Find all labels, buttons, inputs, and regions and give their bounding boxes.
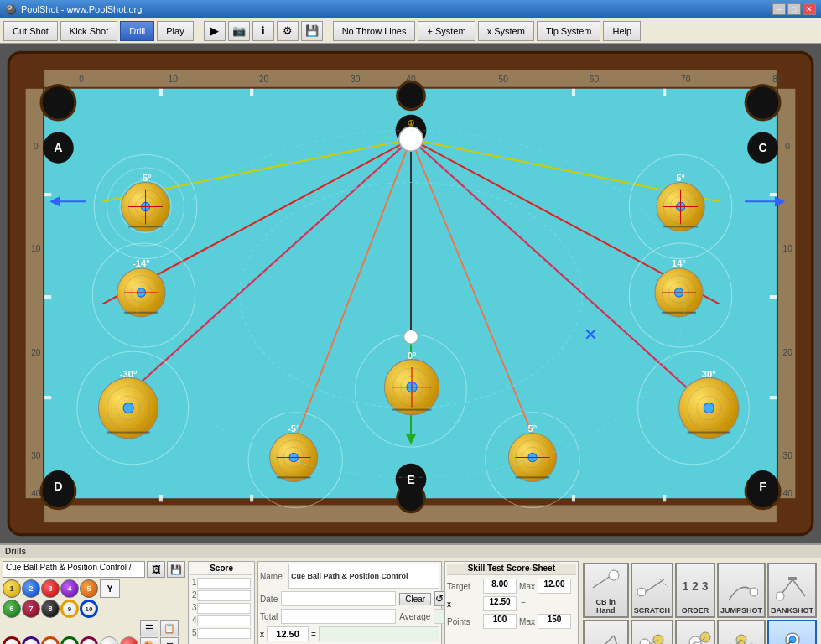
drill-save-button[interactable]: 💾: [167, 561, 185, 578]
x-system-button[interactable]: x System: [478, 21, 534, 41]
grid-button[interactable]: ⊞: [160, 637, 179, 644]
ball-4[interactable]: 4: [60, 579, 79, 598]
svg-point-158: [609, 570, 619, 580]
ball-2[interactable]: 2: [22, 579, 40, 598]
ball-13[interactable]: 13: [41, 636, 60, 644]
svg-rect-55: [770, 295, 777, 299]
pool-table-container[interactable]: 0 10 20 30 40 50 60 70 80 0 10 20 30 40 …: [0, 44, 821, 543]
y-button[interactable]: Y: [100, 579, 120, 598]
score-input-1[interactable]: [197, 578, 251, 589]
svg-text:30: 30: [783, 451, 793, 460]
svg-rect-52: [44, 295, 51, 299]
ball-8[interactable]: 8: [41, 600, 60, 618]
svg-text:1 2 3: 1 2 3: [682, 579, 708, 593]
ball-14[interactable]: 14: [60, 636, 79, 644]
clear-button[interactable]: Clear: [399, 593, 431, 605]
date-input[interactable]: [281, 591, 396, 606]
info-icon-button[interactable]: ℹ: [252, 21, 274, 41]
tip-system-button[interactable]: Tip System: [537, 21, 601, 41]
ball-5[interactable]: 5: [80, 579, 98, 598]
ball-white[interactable]: [100, 636, 118, 644]
ball-10[interactable]: 10: [80, 600, 98, 618]
points-max-val: 150: [538, 614, 571, 629]
score-input-4[interactable]: [197, 615, 251, 626]
multiplier-input[interactable]: [267, 626, 309, 641]
play-button[interactable]: Play: [157, 21, 193, 41]
total-row: Total Average: [260, 609, 439, 624]
drill-name-row: Cue Ball Path & Position Control / 🖼 💾: [3, 561, 185, 578]
svg-text:30: 30: [31, 451, 41, 460]
svg-rect-48: [250, 495, 253, 501]
ball-6[interactable]: 6: [3, 600, 21, 618]
save-icon-button[interactable]: 💾: [301, 21, 323, 41]
ball-12[interactable]: 12: [22, 636, 40, 644]
svg-rect-100: [663, 226, 698, 227]
close-button[interactable]: ✕: [803, 3, 816, 15]
svg-text:30: 30: [351, 74, 361, 83]
total-input[interactable]: [281, 609, 396, 624]
jumpshot-button[interactable]: JUMPSHOT: [717, 563, 766, 618]
scratch-button[interactable]: SCRATCH: [631, 563, 673, 618]
middle-info-panel: Name Cue Ball Path & Position Control Da…: [257, 561, 442, 644]
svg-text:D: D: [54, 480, 62, 493]
score-input-2[interactable]: [197, 590, 251, 601]
svg-point-25: [41, 86, 75, 120]
export-button[interactable]: 📋: [160, 620, 179, 636]
ball-grid-mid: 6 7 8 9 10: [3, 600, 98, 618]
maximize-button[interactable]: □: [787, 3, 801, 15]
svg-text:80: 80: [772, 74, 782, 83]
cut-shot-button[interactable]: Cut Shot: [3, 21, 58, 41]
svg-text:60: 60: [590, 74, 600, 83]
no-throw-lines-button[interactable]: No Throw Lines: [333, 21, 416, 41]
camera-icon-button[interactable]: 📷: [228, 21, 250, 41]
pool-table-svg[interactable]: 0 10 20 30 40 50 60 70 80 0 10 20 30 40 …: [0, 44, 821, 543]
refresh-button[interactable]: ↺: [434, 591, 444, 606]
plus-system-button[interactable]: + System: [418, 21, 475, 41]
color-button[interactable]: 🎨: [140, 637, 158, 644]
score-input-5[interactable]: [197, 628, 251, 639]
svg-rect-54: [770, 193, 777, 196]
svg-text:50: 50: [499, 74, 509, 83]
kickshot-button[interactable]: KICKSHOT: [583, 620, 629, 645]
ball-9[interactable]: 9: [60, 600, 79, 618]
play-icon-button[interactable]: ▶: [204, 21, 226, 41]
hitrail-button[interactable]: HITRAIL: [767, 620, 817, 645]
svg-point-166: [776, 592, 784, 600]
kiss-button[interactable]: KISS: [675, 620, 715, 645]
help-button[interactable]: Help: [603, 21, 641, 41]
svg-text:A: A: [54, 141, 62, 154]
ball-15[interactable]: 15: [80, 636, 98, 644]
combo-button[interactable]: COMBO: [631, 620, 673, 645]
svg-rect-56: [770, 396, 777, 399]
svg-text:30°: 30°: [702, 369, 716, 379]
ball-1[interactable]: 1: [3, 579, 21, 598]
shot-buttons-panel: CB in Hand SCRATCH 1 2 3 ORDER: [581, 561, 818, 644]
list-button[interactable]: ☰: [140, 620, 158, 636]
result-field[interactable]: [319, 626, 439, 641]
order-button[interactable]: 1 2 3 ORDER: [675, 563, 715, 618]
svg-point-154: [404, 330, 418, 344]
carom-button[interactable]: CAROM: [717, 620, 766, 645]
settings-icon-button[interactable]: ⚙: [277, 21, 299, 41]
svg-text:20: 20: [783, 348, 793, 357]
ball-11[interactable]: 11: [3, 636, 21, 644]
ball-3[interactable]: 3: [41, 579, 60, 598]
score-input-3[interactable]: [197, 603, 251, 614]
bankshot-button[interactable]: BANKSHOT: [767, 563, 817, 618]
date-row: Date Clear ↺: [260, 591, 439, 606]
title-text: PoolShot - www.PoolShot.org: [21, 4, 142, 14]
menubar: Cut Shot Kick Shot Drill Play ▶ 📷 ℹ ⚙ 💾 …: [0, 18, 821, 44]
minimize-button[interactable]: ─: [772, 3, 786, 15]
drill-image-button[interactable]: 🖼: [147, 561, 165, 578]
svg-text:70: 70: [681, 74, 691, 83]
ball-red[interactable]: [120, 636, 138, 644]
svg-text:C: C: [758, 141, 766, 154]
svg-rect-92: [128, 226, 163, 227]
drill-button[interactable]: Drill: [120, 21, 154, 41]
svg-text:0: 0: [79, 74, 84, 83]
cb-in-hand-button[interactable]: CB in Hand: [583, 563, 629, 618]
svg-text:-5°: -5°: [139, 172, 152, 182]
ball-7[interactable]: 7: [22, 600, 40, 618]
svg-text:20: 20: [259, 74, 269, 83]
kick-shot-button[interactable]: Kick Shot: [60, 21, 117, 41]
